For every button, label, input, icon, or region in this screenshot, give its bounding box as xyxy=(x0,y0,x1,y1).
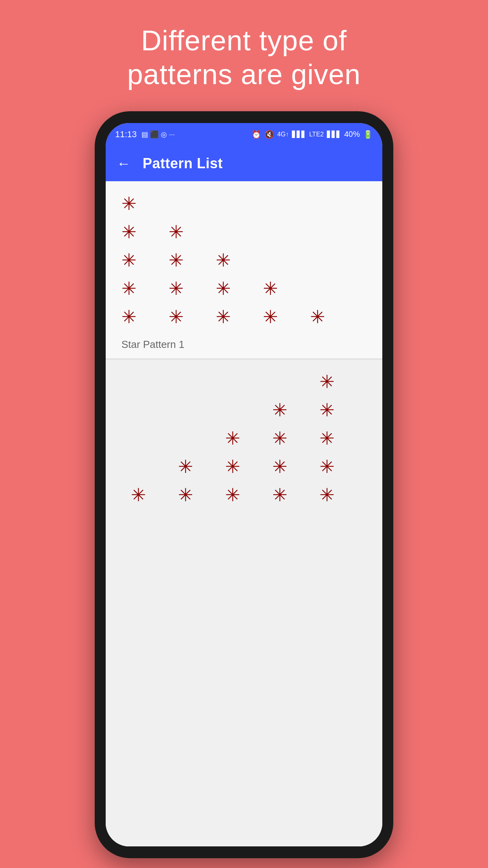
star: ✳ xyxy=(178,484,225,506)
star: ✳ xyxy=(263,306,310,327)
star: ✳ xyxy=(225,456,272,477)
status-lte: LTE2 xyxy=(309,131,324,138)
star-row-3: ✳ ✳ ✳ xyxy=(121,250,367,271)
star: ✳ xyxy=(169,278,216,299)
star-grid-2: ✳ ✳ ✳ ✳ ✳ ✳ ✳ ✳ xyxy=(121,371,367,506)
status-bar: 11:13 ▤ ⬛ ◎ ··· ⏰ 🔇 4G↑ ▋▋▋ LTE2 ▋▋▋ 40%… xyxy=(106,123,382,146)
star: ✳ xyxy=(319,484,367,506)
star-row-r4: ✳ ✳ ✳ ✳ xyxy=(121,456,367,477)
app-title: Pattern List xyxy=(143,155,223,172)
star: ✳ xyxy=(169,221,216,243)
status-network: 4G↑ xyxy=(277,131,289,138)
pattern1-label: Star Pattern 1 xyxy=(121,335,367,351)
status-right: ⏰ 🔇 4G↑ ▋▋▋ LTE2 ▋▋▋ 40% 🔋 xyxy=(251,130,373,139)
star: ✳ xyxy=(263,278,310,299)
star: ✳ xyxy=(121,278,169,299)
header-line1: Different type of xyxy=(141,25,347,56)
header-line2: patterns are given xyxy=(127,59,361,90)
star-row-r2: ✳ ✳ xyxy=(121,399,367,421)
star-row-4: ✳ ✳ ✳ ✳ xyxy=(121,278,367,299)
star: ✳ xyxy=(131,484,178,506)
pattern-card-1: ✳ ✳ ✳ ✳ ✳ ✳ ✳ ✳ xyxy=(106,181,382,359)
status-battery-text: 40% xyxy=(344,130,360,139)
header-text: Different type of patterns are given xyxy=(127,24,361,92)
star: ✳ xyxy=(319,428,367,449)
status-left: 11:13 ▤ ⬛ ◎ ··· xyxy=(115,129,175,140)
star: ✳ xyxy=(216,306,263,327)
star-row-r5: ✳ ✳ ✳ ✳ ✳ xyxy=(121,484,367,506)
star-row-r1: ✳ xyxy=(121,371,367,392)
star: ✳ xyxy=(178,456,225,477)
star-row-2: ✳ ✳ xyxy=(121,221,367,243)
star-row-r3: ✳ ✳ ✳ xyxy=(121,428,367,449)
phone-screen: 11:13 ▤ ⬛ ◎ ··· ⏰ 🔇 4G↑ ▋▋▋ LTE2 ▋▋▋ 40%… xyxy=(106,123,382,846)
star: ✳ xyxy=(216,250,263,271)
star: ✳ xyxy=(319,399,367,421)
star: ✳ xyxy=(121,221,169,243)
status-battery-icon: 🔋 xyxy=(363,130,373,139)
star: ✳ xyxy=(121,306,169,327)
star: ✳ xyxy=(272,456,319,477)
pattern-card-2: ✳ ✳ ✳ ✳ ✳ ✳ ✳ ✳ xyxy=(106,359,382,846)
star: ✳ xyxy=(225,484,272,506)
star: ✳ xyxy=(225,428,272,449)
status-time: 11:13 xyxy=(115,129,137,140)
star-row-1: ✳ xyxy=(121,193,367,214)
status-mute: 🔇 xyxy=(264,130,274,139)
star: ✳ xyxy=(272,484,319,506)
star: ✳ xyxy=(272,428,319,449)
star: ✳ xyxy=(272,399,319,421)
star: ✳ xyxy=(169,250,216,271)
app-bar: ← Pattern List xyxy=(106,146,382,181)
star: ✳ xyxy=(310,306,357,327)
status-signal2: ▋▋▋ xyxy=(327,131,341,138)
content-area: ✳ ✳ ✳ ✳ ✳ ✳ ✳ ✳ xyxy=(106,181,382,846)
back-button[interactable]: ← xyxy=(117,155,131,172)
status-icons-left: ▤ ⬛ ◎ ··· xyxy=(141,130,175,139)
star-row-5: ✳ ✳ ✳ ✳ ✳ xyxy=(121,306,367,327)
star: ✳ xyxy=(216,278,263,299)
star: ✳ xyxy=(121,193,169,214)
star: ✳ xyxy=(169,306,216,327)
star: ✳ xyxy=(121,250,169,271)
star-grid-1: ✳ ✳ ✳ ✳ ✳ ✳ ✳ ✳ xyxy=(121,193,367,327)
star: ✳ xyxy=(319,456,367,477)
phone-frame: 11:13 ▤ ⬛ ◎ ··· ⏰ 🔇 4G↑ ▋▋▋ LTE2 ▋▋▋ 40%… xyxy=(95,111,393,858)
star: ✳ xyxy=(319,371,367,392)
status-alarm: ⏰ xyxy=(251,130,261,139)
status-signal1: ▋▋▋ xyxy=(292,131,306,138)
